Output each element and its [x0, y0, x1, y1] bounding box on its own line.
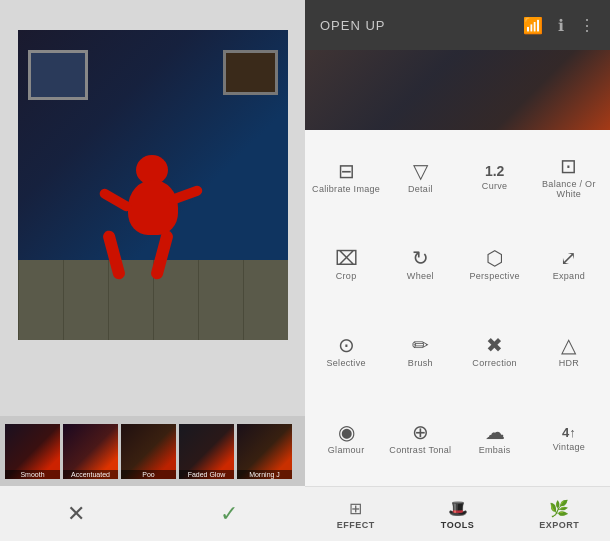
nav-tools[interactable]: 🎩 TOOLS: [407, 487, 509, 541]
bottom-nav: ⊞ EFFECT 🎩 TOOLS 🌿 EXPORT: [305, 486, 610, 541]
preview-strip: [305, 50, 610, 130]
hdr-icon: △: [561, 335, 576, 355]
correction-icon: ✖: [486, 335, 503, 355]
thumb-4[interactable]: Faded Glow: [179, 424, 234, 479]
tool-detail[interactable]: ▽ Detail: [384, 135, 456, 220]
tool-wheel[interactable]: ↻ Wheel: [384, 222, 456, 307]
tools-grid: ⊟ Calibrate Image ▽ Detail 1.2 Curve ⊡ B…: [305, 130, 610, 486]
right-panel: OPEN UP 📶 ℹ ⋮ ⊟ Calibrate Image ▽ Detail…: [305, 0, 610, 541]
cancel-button[interactable]: ✕: [67, 501, 85, 527]
tool-contrast-tonal[interactable]: ⊕ Contrast Tonal: [384, 396, 456, 481]
tool-embais[interactable]: ☁ Embais: [459, 396, 531, 481]
left-panel: Smooth Accentuated Poo Faded Glow Mornin…: [0, 0, 305, 541]
tool-perspective[interactable]: ⬡ Perspective: [459, 222, 531, 307]
thumb-5[interactable]: Morning J: [237, 424, 292, 479]
nav-export[interactable]: 🌿 EXPORT: [508, 487, 610, 541]
embais-label: Embais: [479, 445, 511, 455]
tool-crop[interactable]: ⌧ Crop: [310, 222, 382, 307]
effect-icon: ⊞: [349, 499, 362, 518]
glamour-icon: ◉: [338, 422, 355, 442]
selective-label: Selective: [327, 358, 366, 368]
vintage-label: Vintage: [553, 442, 585, 452]
tool-curve[interactable]: 1.2 Curve: [459, 135, 531, 220]
detail-icon: ▽: [413, 161, 428, 181]
bottom-action-bar: ✕ ✓: [0, 486, 305, 541]
perspective-label: Perspective: [469, 271, 519, 281]
brush-icon: ✏: [412, 335, 429, 355]
export-label: EXPORT: [539, 520, 579, 530]
detail-label: Detail: [408, 184, 433, 194]
thumbnails-strip: Smooth Accentuated Poo Faded Glow Mornin…: [0, 416, 305, 486]
thumb-2[interactable]: Accentuated: [63, 424, 118, 479]
tool-expand[interactable]: ⤢ Expand: [533, 222, 605, 307]
tool-brush[interactable]: ✏ Brush: [384, 309, 456, 394]
tool-balance[interactable]: ⊡ Balance / Or White: [533, 135, 605, 220]
expand-icon: ⤢: [560, 248, 577, 268]
wall-frame-right: [223, 50, 278, 95]
tool-correction[interactable]: ✖ Correction: [459, 309, 531, 394]
calibrate-label: Calibrate Image: [312, 184, 380, 194]
expand-label: Expand: [553, 271, 585, 281]
contrast-tonal-label: Contrast Tonal: [389, 445, 451, 455]
brush-label: Brush: [408, 358, 433, 368]
balance-icon: ⊡: [560, 156, 577, 176]
main-image: [18, 30, 288, 340]
thumb-3[interactable]: Poo: [121, 424, 176, 479]
header-icons: 📶 ℹ ⋮: [523, 16, 595, 35]
contrast-tonal-icon: ⊕: [412, 422, 429, 442]
tool-hdr[interactable]: △ HDR: [533, 309, 605, 394]
perspective-icon: ⬡: [486, 248, 503, 268]
wheel-label: Wheel: [407, 271, 434, 281]
wall-frame-left: [28, 50, 88, 100]
more-icon[interactable]: ⋮: [579, 16, 595, 35]
crop-label: Crop: [336, 271, 357, 281]
tools-icon: 🎩: [448, 499, 468, 518]
effect-label: EFFECT: [337, 520, 375, 530]
nav-effect[interactable]: ⊞ EFFECT: [305, 487, 407, 541]
tool-vintage[interactable]: 4↑ Vintage: [533, 396, 605, 481]
crop-icon: ⌧: [335, 248, 358, 268]
tool-glamour[interactable]: ◉ Glamour: [310, 396, 382, 481]
tool-calibrate[interactable]: ⊟ Calibrate Image: [310, 135, 382, 220]
glamour-label: Glamour: [328, 445, 365, 455]
balance-label: Balance / Or White: [535, 179, 603, 199]
info-icon[interactable]: ℹ: [558, 16, 564, 35]
header-title: OPEN UP: [320, 18, 386, 33]
curve-icon: 1.2: [485, 164, 504, 178]
wheel-icon: ↻: [412, 248, 429, 268]
curve-label: Curve: [482, 181, 508, 191]
spiderman-figure: [98, 180, 208, 280]
correction-label: Correction: [472, 358, 517, 368]
wifi-icon[interactable]: 📶: [523, 16, 543, 35]
calibrate-icon: ⊟: [338, 161, 355, 181]
embais-icon: ☁: [485, 422, 505, 442]
hdr-label: HDR: [559, 358, 579, 368]
confirm-button[interactable]: ✓: [220, 501, 238, 527]
thumb-1[interactable]: Smooth: [5, 424, 60, 479]
right-header: OPEN UP 📶 ℹ ⋮: [305, 0, 610, 50]
selective-icon: ⊙: [338, 335, 355, 355]
tools-label: TOOLS: [441, 520, 474, 530]
tool-selective[interactable]: ⊙ Selective: [310, 309, 382, 394]
vintage-icon: 4↑: [562, 426, 576, 439]
export-icon: 🌿: [549, 499, 569, 518]
